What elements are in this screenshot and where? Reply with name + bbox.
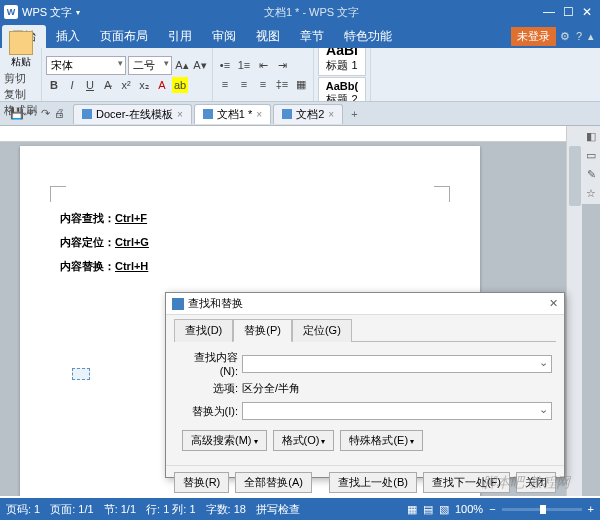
line-spacing-icon[interactable]: ‡≡: [274, 76, 290, 92]
side-toolbar: ◧ ▭ ✎ ☆: [582, 126, 600, 204]
bullets-icon[interactable]: •≡: [217, 57, 233, 73]
tab-pagelayout[interactable]: 页面布局: [90, 25, 158, 48]
dialog-tab-goto[interactable]: 定位(G): [292, 319, 352, 342]
tab-doc2[interactable]: 文档2 ×: [273, 104, 343, 124]
select-icon[interactable]: ▭: [586, 149, 596, 162]
view-web-icon[interactable]: ▧: [439, 503, 449, 516]
tab-view[interactable]: 视图: [246, 25, 290, 48]
font-color-button[interactable]: A: [154, 77, 170, 93]
zoom-thumb[interactable]: [540, 505, 546, 514]
shrink-font-icon[interactable]: A▾: [192, 58, 208, 74]
bookmark-icon[interactable]: ☆: [586, 187, 596, 200]
tab-doc1[interactable]: 文档1 * ×: [194, 104, 271, 124]
statusbar: 页码: 1 页面: 1/1 节: 1/1 行: 1 列: 1 字数: 18 拼写…: [0, 498, 600, 520]
tab-docer-template[interactable]: Docer-在线模板 ×: [73, 104, 192, 124]
strike-button[interactable]: A̶: [100, 77, 116, 93]
dialog-title: 查找和替换: [188, 296, 243, 311]
find-replace-dialog: 查找和替换 ✕ 查找(D) 替换(P) 定位(G) 查找内容(N): 选项: 区…: [165, 292, 565, 478]
close-tab-icon[interactable]: ×: [328, 109, 334, 120]
advanced-search-button[interactable]: 高级搜索(M)▾: [182, 430, 267, 451]
options-value: 区分全/半角: [242, 381, 300, 396]
find-label: 查找内容(N):: [178, 350, 238, 377]
ribbon-collapse-icon[interactable]: ▴: [588, 30, 594, 43]
replace-all-button[interactable]: 全部替换(A): [235, 472, 312, 493]
save-icon[interactable]: 💾: [10, 107, 24, 120]
redo-icon[interactable]: ↷: [41, 107, 50, 120]
settings-icon[interactable]: ⚙: [560, 30, 570, 43]
ribbon: 粘贴 剪切 复制 格式刷 宋体 二号 A▴ A▾ B I U A̶ x² x₂ …: [0, 48, 600, 102]
zoom-value[interactable]: 100%: [455, 503, 483, 515]
paste-button[interactable]: 粘贴: [5, 31, 37, 69]
doc-icon: [282, 109, 292, 119]
status-pages[interactable]: 页面: 1/1: [50, 502, 93, 517]
tab-special[interactable]: 特色功能: [334, 25, 402, 48]
replace-button[interactable]: 替换(R): [174, 472, 229, 493]
superscript-button[interactable]: x²: [118, 77, 134, 93]
align-right-icon[interactable]: ≡: [255, 76, 271, 92]
style-heading2[interactable]: AaBb(标题 2: [318, 77, 366, 101]
dialog-icon: [172, 298, 184, 310]
comment-icon[interactable]: ✎: [587, 168, 596, 181]
horizontal-ruler[interactable]: [0, 126, 600, 142]
status-wordcount[interactable]: 字数: 18: [206, 502, 246, 517]
format-button[interactable]: 格式(O)▾: [273, 430, 335, 451]
subscript-button[interactable]: x₂: [136, 77, 152, 93]
special-format-button[interactable]: 特殊格式(E)▾: [340, 430, 423, 451]
align-left-icon[interactable]: ≡: [217, 76, 233, 92]
undo-icon[interactable]: ↶: [28, 107, 37, 120]
dialog-close-icon[interactable]: ✕: [549, 297, 558, 310]
paste-icon: [9, 31, 33, 55]
titlebar: W WPS 文字 ▾ 文档1 * - WPS 文字 — ☐ ✕: [0, 0, 600, 24]
tab-insert[interactable]: 插入: [46, 25, 90, 48]
find-prev-button[interactable]: 查找上一处(B): [329, 472, 417, 493]
indent-dec-icon[interactable]: ⇤: [255, 57, 271, 73]
indent-inc-icon[interactable]: ⇥: [274, 57, 290, 73]
document-title: 文档1 * - WPS 文字: [80, 5, 543, 20]
view-outline-icon[interactable]: ▤: [423, 503, 433, 516]
grow-font-icon[interactable]: A▴: [174, 58, 190, 74]
vertical-scrollbar[interactable]: [566, 126, 582, 496]
status-cursor[interactable]: 行: 1 列: 1: [146, 502, 196, 517]
close-button[interactable]: ✕: [582, 5, 592, 19]
close-tab-icon[interactable]: ×: [256, 109, 262, 120]
dialog-tab-find[interactable]: 查找(D): [174, 319, 233, 342]
style-heading1[interactable]: AaBl标题 1: [318, 48, 366, 76]
minimize-button[interactable]: —: [543, 5, 555, 19]
bold-button[interactable]: B: [46, 77, 62, 93]
styles-gallery: AaBbCcDd正文 AaBl标题 1 AaBb(标题 2 AaBb(标题 3: [314, 48, 371, 101]
zoom-slider[interactable]: [502, 508, 582, 511]
margin-corner: [434, 186, 450, 202]
align-center-icon[interactable]: ≡: [236, 76, 252, 92]
highlight-button[interactable]: ab: [172, 77, 188, 93]
tab-references[interactable]: 引用: [158, 25, 202, 48]
cut-button[interactable]: 剪切: [4, 71, 37, 86]
find-input[interactable]: [242, 355, 552, 373]
view-print-icon[interactable]: ▦: [407, 503, 417, 516]
tab-review[interactable]: 审阅: [202, 25, 246, 48]
tab-section[interactable]: 章节: [290, 25, 334, 48]
app-name: WPS 文字: [22, 5, 72, 20]
shading-icon[interactable]: ▦: [293, 76, 309, 92]
italic-button[interactable]: I: [64, 77, 80, 93]
maximize-button[interactable]: ☐: [563, 5, 574, 19]
font-family-select[interactable]: 宋体: [46, 56, 126, 75]
numbering-icon[interactable]: 1≡: [236, 57, 252, 73]
replace-input[interactable]: [242, 402, 552, 420]
status-page[interactable]: 页码: 1: [6, 502, 40, 517]
help-icon[interactable]: ?: [576, 30, 582, 43]
print-icon[interactable]: 🖨: [54, 107, 65, 120]
status-section[interactable]: 节: 1/1: [104, 502, 136, 517]
close-tab-icon[interactable]: ×: [177, 109, 183, 120]
status-spellcheck[interactable]: 拼写检查: [256, 502, 300, 517]
zoom-in-button[interactable]: +: [588, 503, 594, 515]
add-tab-button[interactable]: +: [345, 108, 363, 120]
font-size-select[interactable]: 二号: [128, 56, 172, 75]
zoom-out-button[interactable]: −: [489, 503, 495, 515]
copy-button[interactable]: 复制: [4, 87, 37, 102]
underline-button[interactable]: U: [82, 77, 98, 93]
dialog-tab-replace[interactable]: 替换(P): [233, 319, 292, 342]
dialog-titlebar[interactable]: 查找和替换 ✕: [166, 293, 564, 315]
scrollbar-thumb[interactable]: [569, 146, 581, 206]
nav-pane-icon[interactable]: ◧: [586, 130, 596, 143]
login-status[interactable]: 未登录: [511, 27, 556, 46]
